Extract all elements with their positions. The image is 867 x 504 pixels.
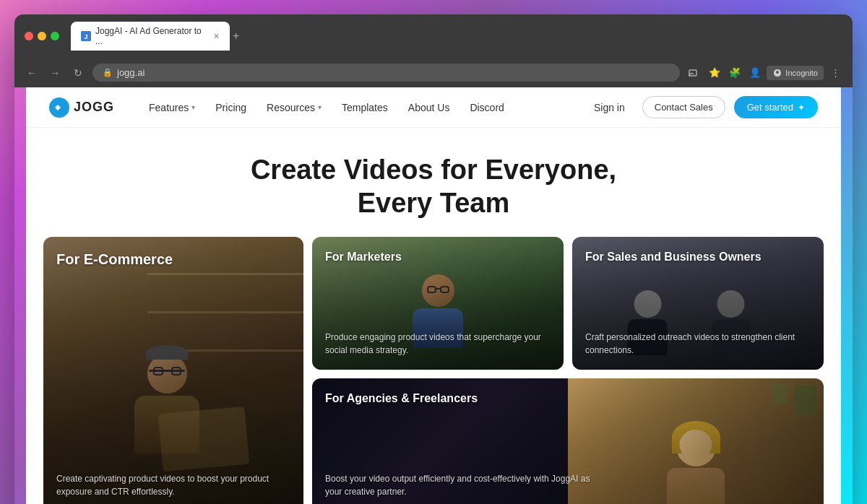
cast-icon[interactable] — [686, 64, 703, 82]
forward-button[interactable]: → — [46, 64, 64, 82]
site-nav-links: Features ▾ Pricing Resources ▾ Templates — [140, 96, 585, 119]
url-text: jogg.ai — [117, 67, 144, 78]
maximize-button[interactable] — [51, 32, 59, 40]
profile-icon[interactable]: 👤 — [746, 64, 764, 82]
contact-sales-button[interactable]: Contact Sales — [642, 96, 725, 118]
active-tab[interactable]: J JoggAI - AI Ad Generator to ... ✕ — [71, 22, 230, 51]
hero-section: Create Videos for Everyone, Every Team — [26, 128, 841, 237]
hero-title: Create Videos for Everyone, Every Team — [43, 154, 824, 220]
menu-icon[interactable]: ⋮ — [827, 64, 844, 82]
tab-bar: J JoggAI - AI Ad Generator to ... ✕ + — [71, 22, 842, 51]
sales-card-desc: Craft personalized outreach videos to st… — [585, 331, 811, 357]
agencies-card[interactable]: For Agencies & Freelancers Boost your vi… — [312, 378, 824, 504]
nav-about[interactable]: About Us — [400, 96, 459, 119]
signin-button[interactable]: Sign in — [585, 96, 634, 119]
marketers-card-title: For Marketers — [325, 250, 551, 265]
bookmark-icon[interactable]: ⭐ — [706, 64, 723, 82]
ecommerce-card-desc: Create captivating product videos to boo… — [56, 472, 290, 498]
browser-titlebar: J JoggAI - AI Ad Generator to ... ✕ + — [14, 14, 853, 58]
browser-window: J JoggAI - AI Ad Generator to ... ✕ + ← … — [14, 14, 853, 504]
back-button[interactable]: ← — [23, 64, 40, 82]
nav-resources[interactable]: Resources ▾ — [258, 96, 330, 119]
features-chevron-icon: ▾ — [191, 103, 195, 111]
incognito-badge: Incognito — [767, 66, 824, 80]
star-icon: ✦ — [798, 103, 805, 113]
tab-title: JoggAI - AI Ad Generator to ... — [95, 26, 209, 46]
extensions-icon[interactable]: 🧩 — [726, 64, 743, 82]
sales-card[interactable]: For Sales and Business Owners Craft pers… — [572, 237, 824, 370]
close-button[interactable] — [25, 32, 33, 40]
sales-card-title: For Sales and Business Owners — [585, 250, 811, 265]
nav-templates[interactable]: Templates — [333, 96, 397, 119]
marketers-card-desc: Produce engaging product videos that sup… — [325, 331, 551, 357]
logo-text: JOGG — [74, 100, 114, 115]
get-started-button[interactable]: Get started ✦ — [734, 96, 818, 118]
ecommerce-card[interactable]: For E-Commerce Create captivating produc… — [43, 237, 303, 504]
webpage: JOGG Features ▾ Pricing Resources ▾ — [26, 87, 841, 504]
url-bar[interactable]: 🔒 jogg.ai — [92, 64, 680, 82]
ecommerce-card-title: For E-Commerce — [56, 250, 290, 269]
lock-icon: 🔒 — [103, 68, 113, 77]
tab-favicon-icon: J — [81, 31, 91, 41]
marketers-card[interactable]: For Marketers Produce engaging product v… — [312, 237, 564, 370]
browser-navbar: ← → ↻ 🔒 jogg.ai ⭐ 🧩 👤 — [14, 58, 853, 87]
tab-close-button[interactable]: ✕ — [213, 32, 220, 41]
site-nav-actions: Sign in Contact Sales Get started ✦ — [585, 96, 818, 119]
logo-icon — [49, 97, 69, 118]
incognito-label: Incognito — [785, 69, 818, 77]
svg-text:J: J — [84, 33, 87, 40]
nav-features[interactable]: Features ▾ — [140, 96, 204, 119]
site-nav: JOGG Features ▾ Pricing Resources ▾ — [26, 87, 841, 128]
traffic-lights — [25, 32, 59, 40]
new-tab-button[interactable]: + — [233, 30, 239, 43]
agencies-card-desc: Boost your video output efficiently and … — [325, 472, 592, 498]
reload-button[interactable]: ↻ — [69, 64, 87, 82]
minimize-button[interactable] — [38, 32, 46, 40]
browser-actions: ⭐ 🧩 👤 Incognito ⋮ — [686, 64, 844, 82]
resources-chevron-icon: ▾ — [318, 103, 322, 111]
nav-discord[interactable]: Discord — [461, 96, 512, 119]
cards-section: For E-Commerce Create captivating produc… — [26, 237, 841, 504]
nav-pricing[interactable]: Pricing — [207, 96, 255, 119]
svg-point-3 — [689, 74, 691, 77]
agencies-card-title: For Agencies & Freelancers — [325, 391, 811, 407]
site-logo[interactable]: JOGG — [49, 97, 114, 118]
